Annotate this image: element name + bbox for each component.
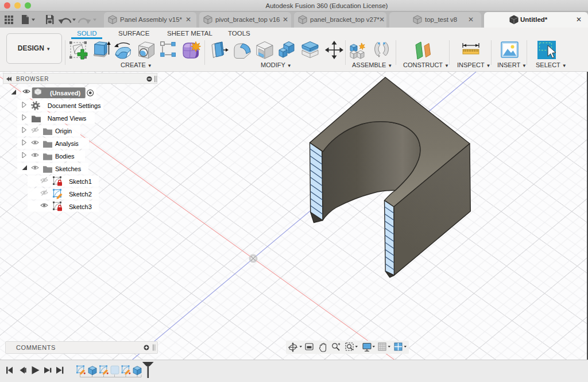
svg-text:Sketch3: Sketch3	[69, 203, 92, 210]
svg-text:Document Settings: Document Settings	[48, 102, 101, 109]
svg-text:Analysis: Analysis	[55, 140, 79, 147]
svg-text:Bodies: Bodies	[55, 153, 75, 160]
svg-text:Sketch2: Sketch2	[69, 191, 92, 198]
svg-text:Sketches: Sketches	[55, 165, 82, 172]
svg-text:Origin: Origin	[55, 128, 72, 134]
svg-text:(Unsaved): (Unsaved)	[50, 90, 81, 97]
svg-text:Sketch1: Sketch1	[69, 178, 92, 185]
svg-text:Named Views: Named Views	[48, 115, 87, 122]
